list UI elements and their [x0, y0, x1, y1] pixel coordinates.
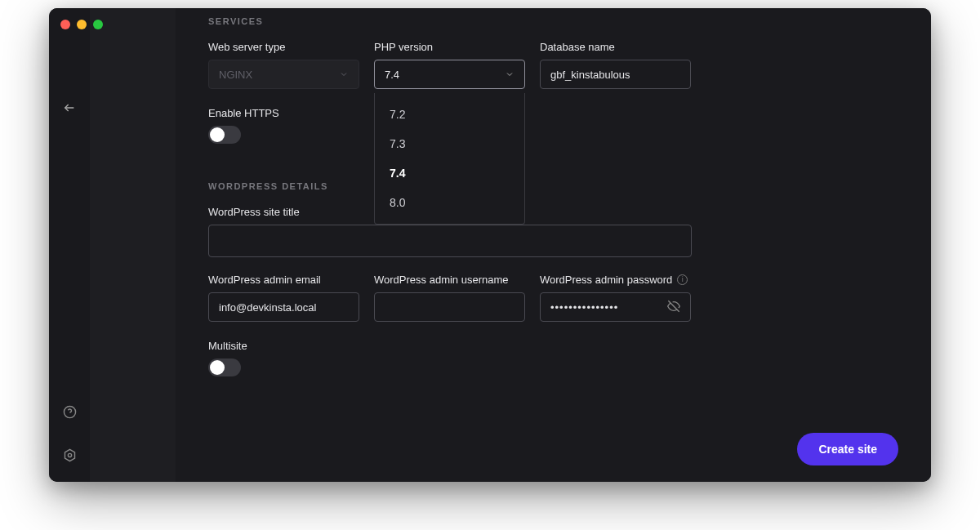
php-version-dropdown: 7.2 7.3 7.4 8.0: [374, 93, 525, 225]
nav-sidebar: [49, 8, 90, 482]
php-version-value: 7.4: [385, 69, 399, 81]
toggle-knob: [210, 360, 225, 375]
php-option-8-0[interactable]: 8.0: [375, 188, 524, 217]
help-icon: [63, 405, 77, 419]
web-server-type-value: NGINX: [219, 69, 252, 81]
wp-site-title-input-wrap[interactable]: [208, 225, 692, 257]
wp-admin-username-input[interactable]: [385, 301, 514, 314]
svg-point-4: [68, 453, 71, 457]
settings-button[interactable]: [63, 448, 77, 462]
php-option-7-3[interactable]: 7.3: [375, 129, 524, 158]
enable-https-toggle[interactable]: [208, 126, 241, 144]
multisite-label: Multisite: [208, 340, 898, 352]
help-button[interactable]: [63, 405, 77, 419]
wp-admin-password-label: WordPress admin password i: [540, 274, 691, 286]
wp-admin-password-input-wrap[interactable]: [540, 292, 691, 322]
web-server-type-label: Web server type: [208, 41, 359, 53]
window-controls: [60, 20, 103, 29]
enable-https-label: Enable HTTPS: [208, 107, 898, 119]
app-window: SERVICES Web server type NGINX PHP versi…: [49, 8, 931, 482]
arrow-left-icon: [63, 101, 76, 114]
toggle-password-visibility[interactable]: [667, 300, 680, 315]
database-name-input[interactable]: [550, 69, 680, 81]
php-version-label: PHP version: [374, 41, 525, 53]
create-site-button[interactable]: Create site: [797, 433, 898, 465]
php-option-7-4[interactable]: 7.4: [375, 158, 524, 188]
php-version-select[interactable]: 7.4 7.2 7.3 7.4 8.0: [374, 60, 525, 89]
wp-admin-email-input[interactable]: [219, 301, 349, 314]
minimize-window-button[interactable]: [77, 20, 87, 29]
wp-site-title-input[interactable]: [219, 235, 681, 247]
wp-admin-username-input-wrap[interactable]: [374, 292, 525, 322]
info-icon[interactable]: i: [677, 274, 688, 285]
settings-icon: [63, 448, 77, 462]
wp-admin-email-input-wrap[interactable]: [208, 292, 359, 322]
svg-marker-3: [65, 449, 74, 461]
chevron-down-icon: [505, 69, 514, 79]
multisite-toggle[interactable]: [208, 359, 241, 376]
eye-off-icon: [667, 300, 680, 313]
back-button[interactable]: [60, 98, 79, 118]
chevron-down-icon: [339, 69, 349, 79]
main-content: SERVICES Web server type NGINX PHP versi…: [176, 8, 931, 482]
toggle-knob: [210, 127, 225, 142]
wordpress-details-heading: WORDPRESS DETAILS: [208, 181, 898, 191]
services-heading: SERVICES: [208, 16, 898, 26]
wp-admin-password-input[interactable]: [550, 301, 667, 314]
wp-admin-password-label-text: WordPress admin password: [540, 274, 672, 286]
database-name-label: Database name: [540, 41, 691, 53]
php-option-7-2[interactable]: 7.2: [375, 100, 524, 129]
wp-admin-email-label: WordPress admin email: [208, 274, 359, 286]
wp-admin-username-label: WordPress admin username: [374, 274, 525, 286]
maximize-window-button[interactable]: [93, 20, 103, 29]
web-server-type-select[interactable]: NGINX: [208, 60, 359, 89]
database-name-input-wrap[interactable]: [540, 60, 691, 89]
close-window-button[interactable]: [60, 20, 70, 29]
secondary-panel: [90, 8, 176, 482]
